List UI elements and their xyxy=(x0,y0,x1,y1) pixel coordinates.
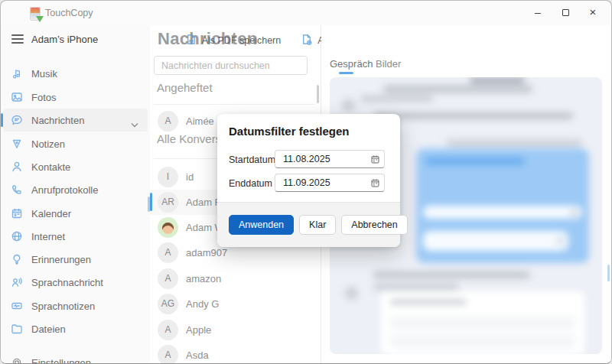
divider xyxy=(154,104,314,105)
avatar: A xyxy=(158,268,178,289)
device-name: Adam’s iPhone xyxy=(31,34,98,45)
sidebar-item-sprachnachricht[interactable]: Sprachnachricht xyxy=(1,271,150,294)
avatar: AG xyxy=(158,294,178,314)
maximize-icon xyxy=(562,9,569,16)
enddatum-input[interactable] xyxy=(275,174,385,192)
avatar: A xyxy=(158,320,178,340)
tab-gespraech[interactable]: Gespräch xyxy=(330,58,373,70)
apply-button[interactable]: Anwenden xyxy=(229,215,294,235)
list-scrollbar[interactable] xyxy=(317,85,319,103)
conversation-amazon[interactable]: A amazon xyxy=(150,266,320,291)
sidebar-item-musik[interactable]: Musik xyxy=(1,62,150,85)
sidebar-item-kontakte[interactable]: Kontakte xyxy=(1,155,150,178)
avatar: A xyxy=(158,345,178,364)
title-bar: TouchCopy – × xyxy=(1,1,611,25)
sidebar-item-nachrichten[interactable]: Nachrichten xyxy=(3,109,148,132)
calendar-picker-icon[interactable] xyxy=(370,154,380,167)
blurred-blue-bubble xyxy=(416,148,589,263)
enddatum-field xyxy=(275,174,385,192)
minimize-button[interactable]: – xyxy=(524,1,552,24)
date-filter-dialog: Datumsfilter festlegen Startdatum Enddat… xyxy=(217,114,400,247)
pdf-document-icon xyxy=(185,34,197,47)
html-document-add-icon xyxy=(301,34,312,47)
touchcopy-logo-icon xyxy=(30,7,41,21)
voice-memo-icon xyxy=(11,300,23,312)
sidebar-item-dateien[interactable]: Dateien xyxy=(1,317,150,340)
close-button[interactable]: × xyxy=(579,1,607,24)
conversation-asda[interactable]: A Asda xyxy=(150,343,320,364)
conversation-andy-g[interactable]: AG Andy G xyxy=(150,291,320,317)
sidebar-item-internet[interactable]: Internet xyxy=(1,225,150,248)
memoji-avatar xyxy=(158,217,178,238)
dialog-title: Datumsfilter festlegen xyxy=(229,125,350,138)
device-row: Adam’s iPhone xyxy=(1,28,150,50)
lightbulb-icon xyxy=(11,253,23,265)
chat-scrollbar[interactable] xyxy=(607,265,610,281)
message-bubble-icon xyxy=(11,114,23,126)
avatar: A xyxy=(158,111,178,132)
sidebar-item-kalender[interactable]: Kalender xyxy=(1,202,150,225)
sidebar-item-einstellungen[interactable]: Einstellungen xyxy=(1,351,150,364)
pen-nib-icon xyxy=(11,138,23,150)
startdatum-field xyxy=(275,150,385,168)
app-title: TouchCopy xyxy=(45,8,93,18)
cancel-button[interactable]: Abbrechen xyxy=(341,215,407,235)
sidebar-item-sprachnotizen[interactable]: Sprachnotizen xyxy=(1,294,150,317)
sidebar-item-erinnerungen[interactable]: Erinnerungen xyxy=(1,248,150,271)
dialog-footer: Anwenden Klar Abbrechen xyxy=(217,202,400,247)
globe-icon xyxy=(11,230,23,242)
music-note-icon xyxy=(11,67,23,80)
phone-icon xyxy=(11,184,23,196)
sidebar: Adam’s iPhone Musik Fotos Nachrichten No… xyxy=(1,25,150,363)
touchcopy-window: TouchCopy – × Adam’s iPhone Musik Fotos … xyxy=(0,0,612,364)
avatar: A xyxy=(158,242,178,263)
chevron-down-icon xyxy=(131,117,138,131)
menu-icon[interactable] xyxy=(11,34,24,44)
tab-bilder[interactable]: Bilder xyxy=(376,58,401,70)
sidebar-item-anrufprotokolle[interactable]: Anrufprotokolle xyxy=(1,178,150,201)
sidebar-item-notizen[interactable]: Notizen xyxy=(1,132,150,155)
person-icon xyxy=(11,161,23,173)
blurred-timestamp xyxy=(470,77,525,83)
conversation-apple[interactable]: A Apple xyxy=(150,317,320,343)
sidebar-item-fotos[interactable]: Fotos xyxy=(1,86,150,109)
search-input[interactable] xyxy=(154,56,308,75)
gear-icon xyxy=(11,356,23,364)
clear-button[interactable]: Klar xyxy=(299,215,336,235)
active-tab-underline xyxy=(339,72,353,74)
startdatum-label: Startdatum xyxy=(229,154,275,165)
startdatum-input[interactable] xyxy=(275,150,385,168)
enddatum-label: Enddatum xyxy=(229,178,272,189)
blurred-card xyxy=(381,291,584,354)
save-as-pdf-button[interactable]: Als PDF speichern xyxy=(175,32,291,49)
window-controls: – × xyxy=(524,1,607,25)
pinned-header: Angeheftet xyxy=(157,81,213,94)
calendar-icon xyxy=(11,207,23,219)
avatar: I xyxy=(158,167,178,187)
folder-icon xyxy=(11,323,23,335)
maximize-button[interactable] xyxy=(552,1,579,24)
photo-icon xyxy=(11,91,23,103)
voice-person-icon xyxy=(11,276,23,288)
calendar-picker-icon[interactable] xyxy=(370,177,380,191)
avatar: AR xyxy=(158,192,178,213)
